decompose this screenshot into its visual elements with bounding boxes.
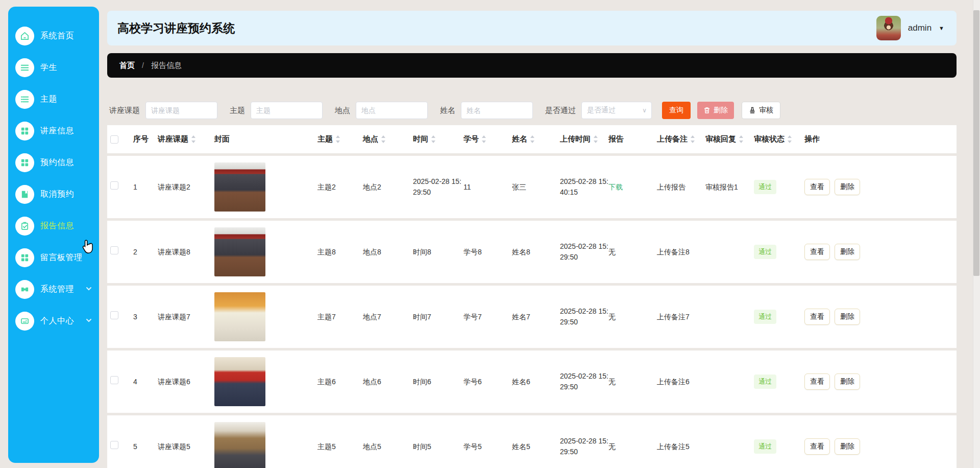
sidebar-item-home[interactable]: 系统首页 xyxy=(8,20,99,52)
sidebar-item-label: 主题 xyxy=(40,94,57,105)
row-checkbox[interactable] xyxy=(110,441,118,449)
row-checkbox[interactable] xyxy=(110,181,118,190)
download-link[interactable]: 下载 xyxy=(608,183,623,191)
chevron-down-icon xyxy=(86,285,92,294)
column-header[interactable]: 审核状态 xyxy=(754,134,804,144)
cover-image xyxy=(214,357,265,406)
query-button[interactable]: 查询 xyxy=(662,102,691,119)
sort-icon[interactable] xyxy=(335,135,340,143)
column-header[interactable]: 审核回复 xyxy=(705,134,754,144)
cell-upload-note: 上传备注5 xyxy=(657,441,705,452)
filter-name-input[interactable] xyxy=(461,102,533,119)
cell-name: 姓名8 xyxy=(512,247,560,258)
breadcrumb: 首页 / 报告信息 xyxy=(107,53,957,78)
sort-icon[interactable] xyxy=(787,135,792,143)
sort-icon[interactable] xyxy=(530,135,535,143)
cell-student-id: 11 xyxy=(463,182,512,193)
breadcrumb-home[interactable]: 首页 xyxy=(119,61,135,71)
filter-passed-select[interactable]: 是否通过 ∨ xyxy=(581,102,652,119)
delete-row-button[interactable]: 删除 xyxy=(835,244,860,260)
view-button[interactable]: 查看 xyxy=(804,373,830,390)
row-checkbox[interactable] xyxy=(110,376,118,384)
sidebar-item-label: 个人中心 xyxy=(40,316,74,326)
cell-subject: 主题6 xyxy=(317,377,363,387)
view-button[interactable]: 查看 xyxy=(804,244,830,260)
cell-index: 5 xyxy=(133,441,158,452)
batch-delete-button[interactable]: 删除 xyxy=(697,102,734,119)
page-scrollbar[interactable] xyxy=(973,0,980,468)
sidebar-item-students[interactable]: 学生 xyxy=(8,52,99,83)
delete-row-button[interactable]: 删除 xyxy=(835,179,860,195)
view-button[interactable]: 查看 xyxy=(804,309,830,325)
table-row: 2 讲座课题8 主题8 地点8 时间8 学号8 姓名8 2025-02-28 1… xyxy=(107,221,957,283)
sort-icon[interactable] xyxy=(593,135,598,143)
list-arrows-icon xyxy=(15,90,34,109)
cell-subject: 主题2 xyxy=(317,182,363,193)
column-header[interactable]: 讲座课题 xyxy=(158,134,214,144)
filter-topic-input[interactable] xyxy=(145,102,217,119)
chevron-down-icon xyxy=(86,316,92,325)
sort-icon[interactable] xyxy=(690,135,695,143)
row-checkbox[interactable] xyxy=(110,246,118,254)
sidebar-item-lectures[interactable]: 讲座信息 xyxy=(8,115,99,147)
scrollbar-thumb[interactable] xyxy=(973,10,979,276)
sidebar-item-reservations[interactable]: 预约信息 xyxy=(8,147,99,178)
delete-row-button[interactable]: 删除 xyxy=(835,309,860,325)
filter-name-label: 姓名 xyxy=(440,106,455,115)
avatar[interactable] xyxy=(876,16,901,40)
column-header[interactable]: 地点 xyxy=(363,134,413,144)
cell-name: 张三 xyxy=(512,182,560,193)
book-icon xyxy=(15,185,34,204)
cell-topic: 讲座课题2 xyxy=(158,182,214,193)
delete-row-button[interactable]: 删除 xyxy=(835,438,860,455)
table-row: 4 讲座课题6 主题6 地点6 时间6 学号6 姓名6 2025-02-28 1… xyxy=(107,350,957,413)
sidebar-item-label: 系统首页 xyxy=(40,31,74,41)
cell-topic: 讲座课题7 xyxy=(158,312,214,322)
sort-icon[interactable] xyxy=(739,135,744,143)
sidebar-item-reports[interactable]: 报告信息 xyxy=(8,210,99,242)
cell-report: 无 xyxy=(608,312,657,322)
column-header[interactable]: 学号 xyxy=(463,134,512,144)
select-all-checkbox[interactable] xyxy=(110,135,118,144)
sidebar-item-label: 预约信息 xyxy=(40,157,74,168)
column-header[interactable]: 上传时间 xyxy=(560,134,608,144)
sort-icon[interactable] xyxy=(431,135,436,143)
column-header[interactable]: 上传备注 xyxy=(657,134,705,144)
cell-upload-time: 2025-02-28 15:29:50 xyxy=(560,371,608,392)
cell-location: 地点7 xyxy=(363,312,413,322)
mouse-cursor-icon xyxy=(82,239,95,254)
filter-subject-input[interactable] xyxy=(251,102,323,119)
column-header: 报告 xyxy=(608,134,657,144)
column-header[interactable]: 主题 xyxy=(317,134,363,144)
cell-subject: 主题8 xyxy=(317,247,363,258)
column-header[interactable]: 序号 xyxy=(133,134,158,144)
table-row: 1 讲座课题2 主题2 地点2 2025-02-28 15:29:50 11 张… xyxy=(107,156,957,218)
sort-icon[interactable] xyxy=(191,135,196,143)
cell-index: 4 xyxy=(133,377,158,387)
sort-icon[interactable] xyxy=(481,135,486,143)
audit-button[interactable]: 审核 xyxy=(742,102,780,119)
sidebar-item-cancel-reservation[interactable]: 取消预约 xyxy=(8,178,99,210)
filter-location-input[interactable] xyxy=(356,102,428,119)
table-row: 5 讲座课题5 主题5 地点5 时间5 学号5 姓名5 2025-02-28 1… xyxy=(107,415,957,468)
column-header[interactable]: 姓名 xyxy=(512,134,560,144)
cell-index: 3 xyxy=(133,312,158,322)
cell-name: 姓名6 xyxy=(512,377,560,387)
sidebar-item-label: 系统管理 xyxy=(40,284,74,295)
filter-subject-label: 主题 xyxy=(230,106,245,115)
sidebar-item-label: 学生 xyxy=(40,62,57,73)
cell-time: 时间5 xyxy=(413,441,463,452)
cell-location: 地点6 xyxy=(363,377,413,387)
sidebar-item-personal-center[interactable]: 个人中心 xyxy=(8,305,99,337)
chevron-down-icon: ∨ xyxy=(642,107,647,114)
sidebar-item-system-management[interactable]: 系统管理 xyxy=(8,273,99,305)
view-button[interactable]: 查看 xyxy=(804,179,830,195)
user-menu[interactable]: admin ▼ xyxy=(876,16,944,40)
sidebar-item-subjects[interactable]: 主题 xyxy=(8,83,99,115)
sort-icon[interactable] xyxy=(381,135,386,143)
cell-upload-time: 2025-02-28 15:29:50 xyxy=(560,436,608,457)
delete-row-button[interactable]: 删除 xyxy=(835,373,860,390)
view-button[interactable]: 查看 xyxy=(804,438,830,455)
column-header[interactable]: 时间 xyxy=(413,134,463,144)
row-checkbox[interactable] xyxy=(110,311,118,319)
